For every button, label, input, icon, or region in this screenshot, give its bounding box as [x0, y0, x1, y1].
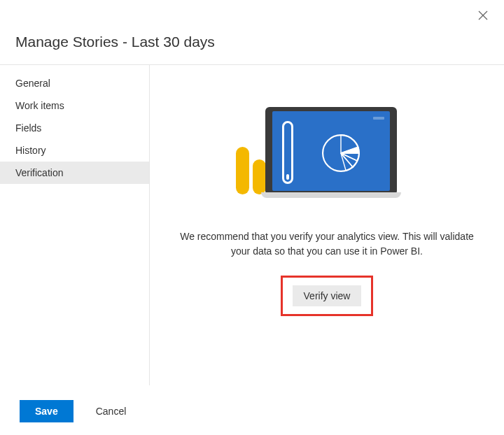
content-pane: We recommend that you verify your analyt…: [150, 65, 504, 385]
verification-description: We recommend that you verify your analyt…: [173, 229, 481, 259]
screen-button-icon: [373, 117, 384, 120]
dialog-header: Manage Stories - Last 30 days: [0, 0, 504, 65]
verify-view-button[interactable]: Verify view: [293, 285, 362, 306]
sidebar-item-label: History: [15, 145, 46, 156]
bar-chart-icon: [236, 147, 249, 194]
page-title: Manage Stories - Last 30 days: [15, 34, 504, 50]
close-icon[interactable]: [475, 7, 491, 24]
bar-chart-icon: [253, 159, 266, 194]
sidebar-item-history[interactable]: History: [0, 139, 149, 162]
sidebar-item-label: Work items: [15, 100, 64, 111]
pie-chart-icon: [316, 128, 366, 178]
tablet-icon: [265, 107, 397, 195]
save-button[interactable]: Save: [20, 400, 74, 422]
sidebar: General Work items Fields History Verifi…: [0, 65, 150, 385]
sidebar-item-label: Fields: [15, 122, 41, 134]
sidebar-item-label: Verification: [15, 167, 63, 178]
highlight-box: Verify view: [281, 276, 374, 316]
sidebar-item-verification[interactable]: Verification: [0, 162, 149, 184]
analytics-illustration: [236, 107, 418, 201]
dialog-footer: Save Cancel: [20, 400, 140, 422]
cancel-button[interactable]: Cancel: [82, 400, 141, 422]
sidebar-item-fields[interactable]: Fields: [0, 117, 149, 139]
capsule-gauge-icon: [282, 121, 293, 184]
sidebar-item-label: General: [15, 78, 50, 89]
sidebar-item-work-items[interactable]: Work items: [0, 94, 149, 117]
sidebar-item-general[interactable]: General: [0, 72, 149, 94]
